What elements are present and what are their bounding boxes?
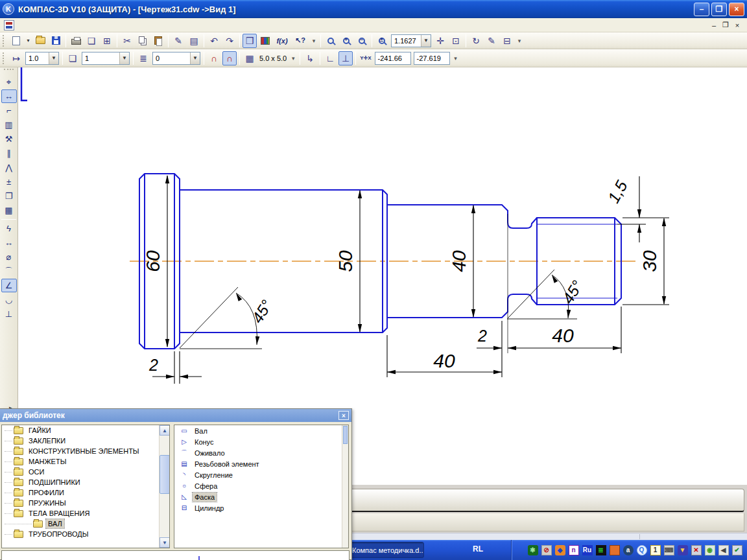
scroll-thumb[interactable] — [160, 455, 170, 494]
menu-item[interactable] — [113, 23, 124, 27]
scroll-up-icon[interactable]: ▲ — [160, 425, 170, 436]
current-layer-combo[interactable]: 0 ▼ — [152, 52, 200, 65]
properties-button[interactable]: ⊟ — [500, 34, 514, 48]
onenote-icon[interactable]: n — [569, 545, 579, 555]
linear-dimension-button[interactable]: ↔ — [1, 236, 17, 250]
library-tree-item[interactable]: ГАЙКИ — [2, 425, 169, 436]
library-element-item[interactable]: ▷ Конус — [174, 436, 348, 447]
library-tree-item[interactable]: ПРОФИЛИ — [2, 487, 169, 498]
designations-tool-button[interactable]: ⌐ — [1, 104, 17, 117]
toolbar-grip[interactable] — [3, 52, 6, 64]
grid-toggle-button[interactable]: ▦ — [243, 51, 257, 65]
list-scrollbar[interactable] — [342, 425, 348, 548]
library-elements-list[interactable]: ▭ Вал ▷ Конус ⌒ Оживало ▤ Резьбовой элем… — [174, 425, 349, 548]
combo-dropdown-icon[interactable]: ▼ — [190, 52, 200, 64]
menu-item[interactable] — [78, 23, 89, 27]
new-document-dropdown[interactable]: ▾ — [25, 34, 32, 48]
paste-button[interactable] — [151, 34, 165, 48]
local-cs-button[interactable]: ↳ — [303, 51, 317, 65]
dimensions-tool-button[interactable]: ↔ — [1, 89, 17, 103]
cursor-step-combo[interactable]: 1.0 ▼ — [25, 52, 59, 65]
refresh-image-button[interactable]: ✎ — [484, 34, 499, 48]
menu-item[interactable] — [43, 23, 54, 27]
keys-blocked-icon[interactable]: ⊘ — [541, 545, 552, 555]
specification-view-button[interactable]: ▤ — [187, 34, 201, 48]
zoom-in-button[interactable]: + — [339, 34, 353, 48]
coordinate-x-field[interactable]: -241.66 — [375, 52, 411, 65]
diameter-dimension-button[interactable]: ⌀ — [1, 250, 17, 264]
quicktime-icon[interactable]: Q — [637, 545, 647, 555]
angle-dimension-button[interactable]: ∠ — [1, 279, 17, 292]
toolbar-options-button[interactable]: ▾ — [310, 34, 318, 48]
agent-icon[interactable]: ◆ — [555, 545, 565, 555]
library-element-item[interactable]: ◺ Фаска — [174, 491, 348, 502]
language-indicator[interactable]: RL — [469, 543, 486, 555]
cursor-step-icon[interactable]: ↦ — [9, 51, 23, 65]
menu-item[interactable] — [31, 23, 43, 27]
ortho-mode-button[interactable]: ⊥ — [338, 51, 353, 65]
document-icon[interactable] — [4, 20, 14, 30]
toolbar-options-button[interactable]: ▾ — [452, 51, 460, 65]
print-preview-button[interactable]: ❏ — [84, 34, 99, 48]
nvidia-icon[interactable]: ◉ — [705, 545, 715, 555]
zoom-window-button[interactable] — [324, 34, 338, 48]
usb-device-icon[interactable]: ✔ — [732, 545, 742, 555]
restore-button[interactable]: ❐ — [711, 3, 727, 16]
library-element-item[interactable]: ▤ Резьбовой элемент — [174, 458, 348, 469]
context-help-button[interactable]: ↖? — [292, 34, 309, 48]
library-tree-item[interactable]: КОНСТРУКТИВНЫЕ ЭЛЕМЕНТЫ — [2, 446, 169, 456]
tree-scrollbar[interactable]: ▲ ▼ — [159, 425, 169, 548]
toolbar-grip[interactable] — [3, 35, 6, 47]
doc-minimize-button[interactable]: – — [708, 20, 720, 30]
parametrization-tool-button[interactable]: ∥ — [1, 146, 17, 160]
new-document-button[interactable] — [9, 34, 23, 48]
zoom-scale-combo[interactable]: 1.1627 ▼ — [391, 34, 431, 47]
orange-app-icon[interactable] — [610, 545, 620, 555]
library-tree-item[interactable]: ОСИ — [2, 467, 169, 477]
equalizer-icon[interactable]: ≣ — [596, 545, 606, 555]
copy-button[interactable] — [136, 34, 150, 48]
rebuild-button[interactable]: ↻ — [469, 34, 483, 48]
shield-icon[interactable]: ▼ — [678, 545, 688, 555]
open-button[interactable] — [33, 34, 47, 48]
copy-properties-button[interactable]: ✎ — [171, 34, 185, 48]
panel-grip[interactable] — [4, 69, 14, 74]
grid-tool-button[interactable]: ▥ — [1, 118, 17, 132]
menu-item[interactable] — [89, 23, 101, 27]
redo-button[interactable]: ↷ — [222, 34, 237, 48]
radius-dimension-button[interactable]: ⌒ — [1, 264, 17, 278]
coordinate-y-field[interactable]: -27.619 — [414, 52, 450, 65]
minimize-button[interactable]: – — [694, 3, 709, 16]
menu-item[interactable] — [54, 23, 66, 27]
library-element-item[interactable]: ⌒ Оживало — [174, 447, 348, 458]
selection-tool-button[interactable]: ⌖ — [1, 75, 17, 89]
library-element-item[interactable]: ⊟ Цилиндр — [174, 502, 348, 513]
lang-ru-icon[interactable]: Ru — [582, 545, 593, 555]
cut-button[interactable]: ✂ — [120, 34, 134, 48]
library-tree-item[interactable]: ПОДШИПНИКИ — [2, 477, 169, 487]
keyboard-icon[interactable]: ⌨ — [664, 545, 674, 555]
volume-icon[interactable]: ◀ — [718, 545, 729, 555]
specification-tool-button[interactable]: ▦ — [1, 204, 17, 217]
print-task-button[interactable]: ⊞ — [100, 34, 114, 48]
measurements-tool-button[interactable]: ⋀ — [1, 161, 17, 174]
library-tree-item[interactable]: ВАЛ — [2, 519, 169, 529]
pan-button[interactable]: ✛ — [433, 34, 447, 48]
arc-dimension-button[interactable]: ◡ — [1, 293, 17, 307]
library-tree-item[interactable]: МАНЖЕТЫ — [2, 456, 169, 467]
layers-icon[interactable]: ≣ — [136, 51, 150, 65]
library-tree-item[interactable]: ТЕЛА ВРАЩЕНИЯ — [2, 508, 169, 519]
library-tree-item[interactable]: ПРУЖИНЫ — [2, 498, 169, 508]
combo-dropdown-icon[interactable]: ▼ — [421, 35, 431, 47]
snap-settings-button[interactable]: ∩ — [207, 51, 221, 65]
save-button[interactable] — [49, 34, 63, 48]
browser-a-icon[interactable]: a — [623, 545, 634, 555]
corner-mode-button[interactable]: ∟ — [323, 51, 337, 65]
document-manager-button[interactable]: ❒ — [243, 34, 257, 48]
network-disconnected-icon[interactable]: ✕ — [691, 545, 702, 555]
variables-button[interactable]: f(x) — [274, 34, 290, 48]
doc-restore-button[interactable]: ❐ — [720, 20, 731, 30]
combo-dropdown-icon[interactable]: ▼ — [49, 52, 58, 64]
fit-to-screen-button[interactable]: ⊡ — [449, 34, 463, 48]
scroll-thumb[interactable] — [343, 426, 348, 444]
